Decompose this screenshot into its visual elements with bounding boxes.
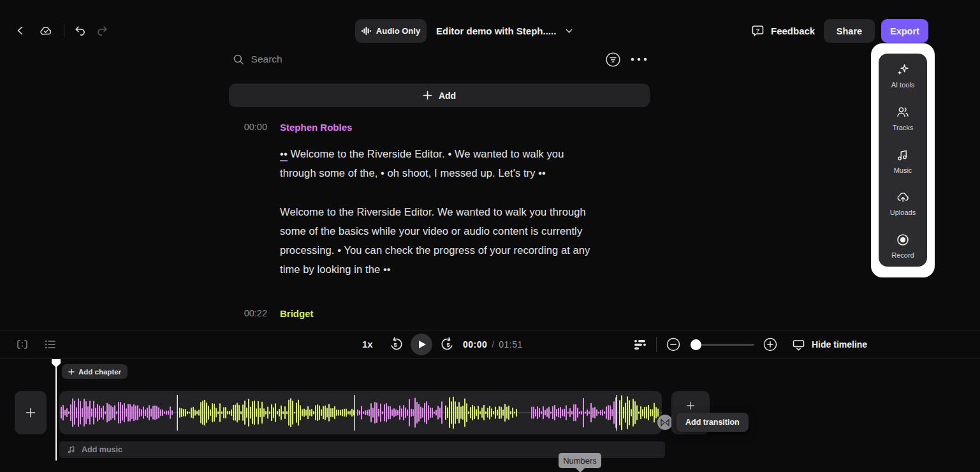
zoom-out-button[interactable] (666, 337, 680, 351)
project-title: Editor demo with Steph..... (436, 26, 556, 36)
svg-text:?: ? (756, 26, 759, 33)
zoom-slider-knob[interactable] (691, 339, 701, 350)
add-chapter-label: Add chapter (78, 368, 121, 376)
undo-icon (73, 24, 86, 37)
search-icon (233, 54, 245, 66)
timeline-monitor-icon (792, 338, 805, 351)
search-bar[interactable] (233, 51, 513, 68)
speaker-name[interactable]: Stephen Robles (280, 122, 352, 133)
add-block-label: Add (439, 91, 456, 101)
time-display: 00:00 / 01:51 (463, 339, 523, 350)
chevron-left-icon (15, 26, 26, 36)
back-button[interactable] (14, 24, 27, 37)
tool-label: Uploads (890, 209, 916, 216)
track-layout-button[interactable] (633, 337, 647, 351)
split-clip-icon (16, 338, 29, 351)
transcript-paragraph[interactable]: •• Welcome to the Riverside Editor. • We… (280, 144, 586, 182)
share-button[interactable]: Share (824, 19, 875, 43)
add-transition-label: Add transition (685, 418, 740, 427)
audio-only-badge[interactable]: Audio Only (355, 19, 427, 43)
tool-label: Record (891, 251, 914, 259)
cue-marker[interactable]: •• (280, 148, 288, 161)
zoom-in-button[interactable] (763, 337, 777, 351)
plus-icon (686, 401, 695, 410)
svg-text:5: 5 (393, 342, 397, 348)
skip-back-button[interactable]: 5 (389, 337, 404, 351)
tool-label: Tracks (893, 124, 914, 131)
music-note-icon (896, 148, 910, 162)
redo-icon (96, 24, 109, 37)
paragraph-text[interactable]: Welcome to the Riverside Editor. • We wa… (280, 148, 564, 179)
tool-music[interactable]: Music (879, 148, 927, 174)
tooltip-pointer (576, 468, 585, 472)
hide-timeline-button[interactable]: Hide timeline (792, 337, 867, 351)
cloud-sync-button[interactable] (38, 23, 54, 38)
playbar-divider (656, 337, 657, 352)
tool-uploads[interactable]: Uploads (879, 190, 927, 216)
add-block-button[interactable]: Add (229, 84, 650, 107)
skip-forward-button[interactable]: 5 (440, 337, 455, 351)
add-track-button[interactable] (15, 391, 47, 434)
numbers-tooltip: Numbers (559, 453, 601, 468)
tools-panel-inner: AI tools Tracks Music (879, 54, 927, 267)
tool-label: Music (894, 166, 912, 174)
plus-icon (68, 369, 75, 375)
playback-speed-button[interactable]: 1x (362, 339, 373, 350)
chevron-down-icon (565, 27, 573, 35)
current-time: 00:00 (463, 339, 487, 350)
skip-back-5-icon: 5 (389, 337, 404, 351)
numbers-tooltip-label: Numbers (563, 456, 597, 466)
add-chapter-button[interactable]: Add chapter (62, 364, 128, 379)
filter-button[interactable] (604, 51, 621, 68)
crossfade-transition-icon (661, 418, 669, 427)
tools-panel: AI tools Tracks Music (871, 43, 935, 277)
search-input[interactable] (251, 54, 513, 65)
waveform (59, 391, 662, 434)
minus-circle-icon (666, 337, 680, 351)
plus-icon (26, 408, 36, 418)
paragraph-text[interactable]: Welcome to the Riverside Editor. We want… (280, 206, 590, 275)
add-transition-tooltip[interactable]: Add transition (676, 413, 749, 432)
tool-ai-tools[interactable]: AI tools (879, 63, 927, 89)
share-label: Share (837, 26, 862, 36)
export-label: Export (890, 26, 919, 36)
cloud-upload-icon (896, 190, 910, 204)
track-layout-icon (633, 338, 647, 351)
cloud-saved-icon (39, 24, 53, 38)
total-time: 01:51 (499, 339, 523, 350)
ellipsis-icon (631, 57, 647, 61)
plus-icon (423, 91, 432, 100)
playhead[interactable] (55, 360, 57, 461)
filter-icon (605, 52, 621, 68)
transition-marker-button[interactable] (657, 415, 673, 430)
split-clip-button[interactable] (15, 338, 29, 351)
playhead-handle[interactable] (52, 359, 61, 367)
block-timestamp: 00:22 (229, 308, 267, 318)
playbar-top-divider (0, 330, 980, 330)
undo-button[interactable] (73, 24, 87, 38)
chapter-list-button[interactable] (43, 338, 57, 351)
tool-tracks[interactable]: Tracks (879, 105, 927, 131)
audio-track[interactable] (59, 391, 662, 434)
plus-circle-icon (763, 337, 777, 351)
play-button[interactable] (411, 334, 432, 355)
feedback-label: Feedback (771, 26, 815, 36)
export-button[interactable]: Export (881, 19, 928, 43)
tool-record[interactable]: Record (879, 233, 927, 259)
project-title-menu[interactable]: Editor demo with Steph..... (436, 24, 573, 37)
add-music-label: Add music (82, 445, 122, 454)
block-timestamp: 00:00 (229, 122, 267, 132)
more-options-button[interactable] (630, 55, 648, 64)
audio-only-label: Audio Only (376, 26, 420, 36)
people-icon (896, 105, 910, 119)
record-icon (896, 233, 910, 247)
music-note-icon (67, 445, 76, 454)
feedback-button[interactable]: ? Feedback (751, 23, 815, 38)
transcript-paragraph[interactable]: Welcome to the Riverside Editor. We want… (280, 202, 613, 279)
svg-text:5: 5 (446, 342, 450, 348)
redo-button[interactable] (96, 24, 110, 38)
hide-timeline-label: Hide timeline (812, 339, 867, 350)
riverside-editor-app: Audio Only Editor demo with Steph..... ?… (0, 0, 980, 472)
timeline-top-divider (0, 358, 980, 359)
speaker-name[interactable]: Bridget (280, 308, 314, 319)
